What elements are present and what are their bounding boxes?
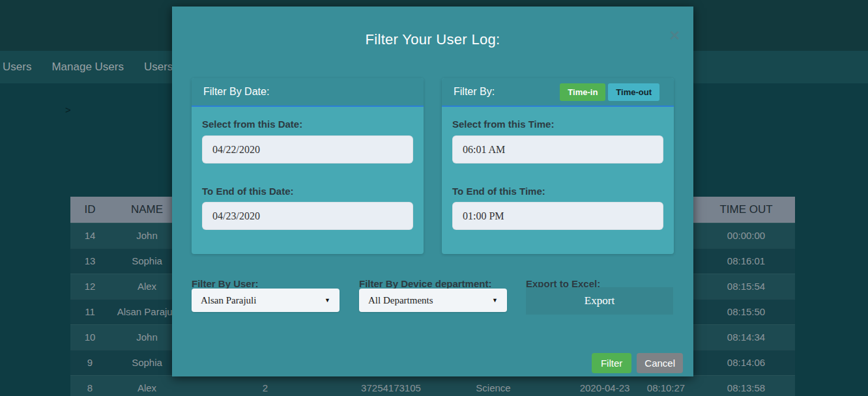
modal-footer: Filter Cancel	[592, 353, 683, 373]
from-date-label: Select from this Date:	[202, 119, 302, 130]
time-panel-title: Filter By:	[454, 78, 495, 106]
to-date-label: To End of this Date:	[202, 186, 294, 197]
nav-item-users-2[interactable]: Users	[144, 61, 173, 74]
department-select[interactable]: All Departments ▼	[359, 289, 507, 312]
cell-time-out: 08:14:34	[694, 325, 798, 350]
to-time-label: To End of this Time:	[452, 186, 545, 197]
column-header-time-out: TIME OUT	[694, 197, 798, 223]
cell-fragment: 2020-04-23	[580, 376, 630, 396]
date-panel-title: Filter By Date:	[203, 78, 269, 106]
time-panel-header: Filter By: Time-in Time-out	[442, 78, 674, 107]
filter-by-date-panel: Filter By Date: Select from this Date: T…	[192, 78, 424, 254]
cell-fragment: 08:10:27	[647, 376, 685, 396]
screen: Users Manage Users Users > ID NAME TIME …	[0, 0, 868, 396]
user-select[interactable]: Alsan Parajuli ▼	[192, 289, 340, 312]
filter-by-department-label: Filter By Device department:	[359, 278, 491, 289]
department-select-value: All Departments	[368, 295, 433, 306]
from-time-input[interactable]	[452, 135, 663, 163]
breadcrumb: >	[65, 104, 71, 115]
cell-fragment: Science	[476, 376, 510, 396]
modal-title: Filter Your User Log:	[172, 31, 693, 48]
date-panel-header: Filter By Date:	[192, 78, 424, 107]
cell-time-out: 08:14:06	[694, 350, 798, 375]
user-select-value: Alsan Parajuli	[201, 295, 256, 306]
cell-fragment: 2	[263, 376, 268, 396]
nav-item-users[interactable]: Users	[3, 61, 31, 74]
close-icon[interactable]: ✕	[669, 29, 680, 42]
from-date-input[interactable]	[202, 135, 413, 163]
time-out-button[interactable]: Time-out	[608, 83, 659, 101]
from-time-label: Select from this Time:	[452, 119, 554, 130]
cell-time-out: 08:15:50	[694, 300, 798, 324]
cell-time-out: 08:16:01	[694, 249, 798, 274]
cell-time-out: 00:00:00	[694, 223, 798, 248]
cell-fragment: 37254173105	[361, 376, 421, 396]
cell-name: Alex	[103, 376, 191, 396]
table-row: 8 Alex 2 37254173105 Science 2020-04-23 …	[70, 375, 795, 396]
cell-time-out: 08:13:58	[694, 376, 798, 396]
filter-by-time-panel: Filter By: Time-in Time-out Select from …	[442, 78, 674, 254]
export-button[interactable]: Export	[526, 287, 673, 315]
cell-time-out: 08:15:54	[694, 274, 798, 299]
filter-button[interactable]: Filter	[592, 353, 631, 373]
filter-user-log-modal: Filter Your User Log: ✕ Filter By Date: …	[172, 7, 693, 376]
chevron-down-icon: ▼	[325, 297, 330, 304]
time-in-button[interactable]: Time-in	[560, 83, 605, 101]
to-date-input[interactable]	[202, 202, 413, 230]
to-time-input[interactable]	[452, 202, 663, 230]
chevron-down-icon: ▼	[492, 297, 498, 304]
time-in-out-toggle: Time-in Time-out	[560, 83, 659, 101]
filter-by-user-label: Filter By User:	[192, 278, 259, 289]
nav-item-manage-users[interactable]: Manage Users	[51, 61, 124, 74]
cancel-button[interactable]: Cancel	[637, 353, 683, 373]
